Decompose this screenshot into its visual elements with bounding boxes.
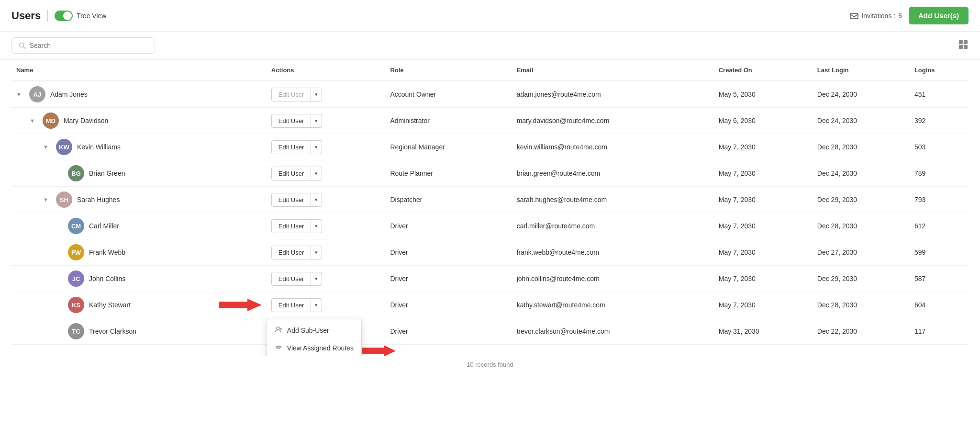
- col-role: Role: [385, 60, 512, 81]
- last-login-cell: Dec 28, 2030: [813, 292, 910, 318]
- last-login-cell: Dec 29, 2030: [813, 266, 910, 292]
- logins-cell: 793: [910, 187, 969, 213]
- email-cell: adam.jones@route4me.com: [512, 81, 714, 108]
- email-cell: trevor.clarkson@route4me.com: [512, 318, 714, 345]
- action-btn-wrap: Edit User▾: [271, 167, 381, 180]
- svg-rect-3: [959, 40, 963, 44]
- table-row: ▼AJAdam JonesEdit User▾Account Owneradam…: [11, 81, 969, 108]
- logins-cell: 503: [910, 134, 969, 160]
- user-name: Brian Green: [89, 169, 125, 177]
- actions-cell: Edit User▾: [267, 213, 386, 239]
- search-input[interactable]: [30, 42, 148, 49]
- chevron-icon[interactable]: ▼: [30, 118, 35, 124]
- role-cell: Driver: [385, 239, 512, 266]
- last-login-cell: Dec 28, 2030: [813, 213, 910, 239]
- name-cell: ▼KWKevin Williams: [11, 134, 267, 160]
- logins-cell: 587: [910, 266, 969, 292]
- user-name: Sarah Hughes: [77, 196, 120, 203]
- avatar: MD: [43, 113, 59, 129]
- email-cell: kathy.stewart@route4me.com: [512, 292, 714, 318]
- edit-user-button[interactable]: Edit User: [271, 114, 311, 128]
- last-login-cell: Dec 28, 2030: [813, 134, 910, 160]
- page-title: Users: [11, 10, 41, 22]
- action-btn-caret[interactable]: ▾: [311, 88, 322, 101]
- chevron-icon[interactable]: ▼: [16, 91, 22, 97]
- table-row: TCTrevor ClarksonEdit User▾Drivertrevor.…: [11, 318, 969, 345]
- dropdown-item-label: View Assigned Routes: [287, 344, 354, 352]
- header: Users Tree View Invitations : 5 Add User…: [0, 0, 980, 32]
- user-name: Frank Webb: [89, 248, 125, 256]
- edit-user-button[interactable]: Edit User: [271, 193, 311, 207]
- chevron-icon[interactable]: ▼: [43, 197, 48, 203]
- table-row: ▼KWKevin WilliamsEdit User▾Regional Mana…: [11, 134, 969, 160]
- dropdown-item-view-routes-icon[interactable]: View Assigned Routes: [267, 339, 361, 356]
- email-cell: carl.miller@route4me.com: [512, 213, 714, 239]
- created-cell: May 7, 2030: [714, 187, 813, 213]
- logins-cell: 599: [910, 239, 969, 266]
- tree-view-label: Tree View: [77, 12, 106, 20]
- email-cell: sarah.hughes@route4me.com: [512, 187, 714, 213]
- role-cell: Regional Manager: [385, 134, 512, 160]
- action-btn-caret[interactable]: ▾: [311, 298, 322, 312]
- actions-cell: Edit User▾Add Sub-UserView Assigned Rout…: [267, 292, 386, 318]
- table-row: KSKathy StewartEdit User▾Add Sub-UserVie…: [11, 292, 969, 318]
- svg-rect-0: [850, 13, 858, 19]
- avatar: KS: [68, 297, 84, 313]
- action-btn-caret[interactable]: ▾: [311, 193, 322, 207]
- name-cell: BGBrian Green: [11, 160, 267, 187]
- logins-cell: 789: [910, 160, 969, 187]
- action-btn-caret[interactable]: ▾: [311, 272, 322, 286]
- table-row: CMCarl MillerEdit User▾Drivercarl.miller…: [11, 213, 969, 239]
- actions-cell: Edit User▾: [267, 81, 386, 108]
- dropdown-item-label: Add Sub-User: [287, 326, 329, 334]
- dropdown-item-add-sub-user-icon[interactable]: Add Sub-User: [267, 321, 361, 339]
- edit-user-button[interactable]: Edit User: [271, 246, 311, 259]
- edit-user-button[interactable]: Edit User: [271, 140, 311, 154]
- svg-point-11: [278, 346, 279, 348]
- add-sub-user-icon: [275, 326, 282, 334]
- created-cell: May 6, 2030: [714, 108, 813, 134]
- tree-view-toggle-wrap: Tree View: [55, 11, 106, 21]
- email-cell: john.collins@route4me.com: [512, 266, 714, 292]
- created-cell: May 7, 2030: [714, 213, 813, 239]
- invitations-count[interactable]: 5: [898, 12, 902, 20]
- action-btn-caret[interactable]: ▾: [311, 140, 322, 154]
- user-name: Carl Miller: [89, 222, 119, 230]
- action-btn-caret[interactable]: ▾: [311, 167, 322, 180]
- logins-cell: 612: [910, 213, 969, 239]
- grid-view-icon[interactable]: [958, 39, 969, 52]
- role-cell: Driver: [385, 213, 512, 239]
- user-name: Mary Davidson: [64, 117, 108, 124]
- col-logins: Logins: [910, 60, 969, 81]
- last-login-cell: Dec 24, 2030: [813, 160, 910, 187]
- last-login-cell: Dec 22, 2030: [813, 318, 910, 345]
- toggle-knob: [63, 11, 72, 20]
- actions-cell: Edit User▾: [267, 134, 386, 160]
- avatar: FW: [68, 244, 84, 260]
- action-btn-caret[interactable]: ▾: [311, 246, 322, 259]
- email-cell: kevin.williams@route4me.com: [512, 134, 714, 160]
- col-name: Name: [11, 60, 267, 81]
- chevron-icon[interactable]: ▼: [43, 144, 48, 150]
- page-wrapper: Users Tree View Invitations : 5 Add User…: [0, 0, 980, 439]
- edit-user-button[interactable]: Edit User: [271, 219, 311, 233]
- edit-user-button[interactable]: Edit User: [271, 88, 311, 101]
- action-btn-wrap: Edit User▾: [271, 246, 381, 259]
- role-cell: Driver: [385, 266, 512, 292]
- edit-user-button[interactable]: Edit User: [271, 298, 311, 312]
- table-body: ▼AJAdam JonesEdit User▾Account Owneradam…: [11, 81, 969, 345]
- role-cell: Account Owner: [385, 81, 512, 108]
- tree-view-toggle[interactable]: [55, 11, 73, 21]
- red-arrow: [219, 298, 262, 312]
- svg-marker-7: [219, 299, 262, 311]
- action-btn-wrap: Edit User▾: [271, 219, 381, 233]
- action-btn-caret[interactable]: ▾: [311, 219, 322, 233]
- name-cell: TCTrevor Clarkson: [11, 318, 267, 345]
- edit-user-button[interactable]: Edit User: [271, 272, 311, 286]
- edit-user-button[interactable]: Edit User: [271, 167, 311, 180]
- add-user-button[interactable]: Add User(s): [909, 7, 969, 24]
- action-btn-caret[interactable]: ▾: [311, 114, 322, 128]
- name-cell: ▼MDMary Davidson: [11, 108, 267, 134]
- invitations-icon: [850, 12, 858, 20]
- view-routes-icon: [275, 344, 282, 352]
